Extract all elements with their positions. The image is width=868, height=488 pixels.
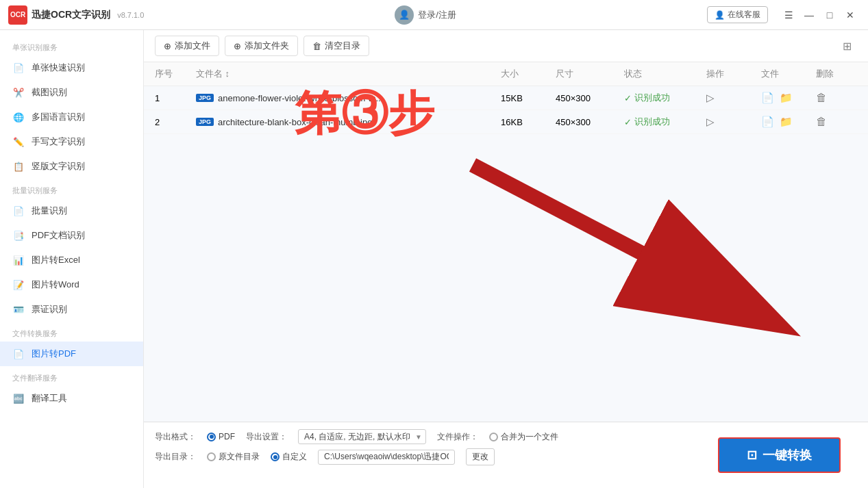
output-dir-label: 导出目录： <box>155 451 196 463</box>
pdf-label: PDF文档识别 <box>32 229 85 242</box>
content-area: ⊕ 添加文件 ⊕ 添加文件夹 🗑 清空目录 ⊞ 序号 文件名 ↕ 大小 尺寸 状 <box>144 30 868 488</box>
svg-line-1 <box>473 165 774 322</box>
change-button[interactable]: 更改 <box>466 448 495 465</box>
grid-view-button[interactable]: ⊞ <box>836 36 857 56</box>
add-file-button[interactable]: ⊕ 添加文件 <box>155 36 219 56</box>
handwriting-label: 手写文字识别 <box>32 136 85 148</box>
custom-radio[interactable]: 自定义 <box>271 451 307 463</box>
row1-status-text: 识别成功 <box>634 92 670 104</box>
folder-icon-1[interactable]: 📁 <box>780 92 793 104</box>
source-dir-radio[interactable]: 原文件目录 <box>207 451 260 463</box>
output-row: 导出目录： 原文件目录 自定义 更改 <box>155 448 712 465</box>
source-dir-dot <box>207 452 216 461</box>
col-action: 操作 <box>706 68 761 80</box>
convert-label: 一键转换 <box>762 447 812 463</box>
row2-file-actions: 📄 📁 <box>761 116 816 128</box>
row1-status: ✓ 识别成功 <box>624 92 706 104</box>
row1-size: 15KB <box>501 93 556 103</box>
file-icon-1[interactable]: 📄 <box>761 92 774 104</box>
row1-delete[interactable]: 🗑 <box>816 92 857 104</box>
col-index: 序号 <box>155 68 196 80</box>
row2-filename-cell: JPG architecture-blank-box-clean-thumb.j… <box>196 117 501 127</box>
sidebar-item-multilang[interactable]: 🌐 多国语言识别 <box>0 105 143 129</box>
maximize-button[interactable]: □ <box>820 7 839 23</box>
col-delete: 删除 <box>816 68 857 80</box>
play-icon-1[interactable]: ▷ <box>706 92 715 104</box>
settings-dropdown[interactable]: A4, 自适应, 无边距, 默认水印 ▼ <box>298 429 426 444</box>
row2-delete[interactable]: 🗑 <box>816 116 857 128</box>
vertical-icon: 📋 <box>12 160 25 172</box>
batch-label: 批量识别 <box>32 205 67 217</box>
row1-index: 1 <box>155 93 196 103</box>
add-file-label: 添加文件 <box>175 40 210 52</box>
online-service-label: 在线客服 <box>728 9 760 21</box>
add-folder-button[interactable]: ⊕ 添加文件夹 <box>225 36 298 56</box>
translate-label: 翻译工具 <box>32 392 67 404</box>
batch-icon: 📄 <box>12 205 25 217</box>
pdf-radio-label: PDF <box>219 432 235 441</box>
add-file-icon: ⊕ <box>164 41 171 51</box>
online-service-button[interactable]: 👤 在线客服 <box>707 6 768 23</box>
row1-actions: ▷ <box>706 92 761 104</box>
screenshot-icon: ✂️ <box>12 86 25 99</box>
sidebar-item-handwriting[interactable]: ✏️ 手写文字识别 <box>0 129 143 154</box>
sidebar-item-translate[interactable]: 🔤 翻译工具 <box>0 386 143 411</box>
user-label: 登录/注册 <box>418 9 456 21</box>
word-label: 图片转Word <box>32 279 79 291</box>
quick-icon: 📄 <box>12 62 25 74</box>
section-label-single: 单张识别服务 <box>0 36 143 55</box>
custom-label: 自定义 <box>282 451 307 463</box>
path-input[interactable] <box>318 450 455 465</box>
card-icon: 🪪 <box>12 303 25 316</box>
multilang-icon: 🌐 <box>12 111 25 123</box>
file-icon-2[interactable]: 📄 <box>761 116 774 128</box>
menu-button[interactable]: ☰ <box>779 7 798 23</box>
img2pdf-label: 图片转PDF <box>32 348 76 360</box>
window-controls: ☰ — □ ✕ <box>779 7 860 23</box>
sidebar-item-batch[interactable]: 📄 批量识别 <box>0 198 143 223</box>
col-size: 大小 <box>501 68 556 80</box>
bottom-bar: 导出格式： PDF 导出设置： A4, 自适应, 无边距, 默认水印 ▼ <box>144 422 868 488</box>
settings-select[interactable]: A4, 自适应, 无边距, 默认水印 <box>298 429 426 444</box>
play-icon-2[interactable]: ▷ <box>706 116 715 128</box>
sidebar-item-img2pdf[interactable]: 📄 图片转PDF <box>0 342 143 366</box>
img2pdf-icon: 📄 <box>12 348 25 360</box>
pdf-radio[interactable]: PDF <box>207 432 235 441</box>
convert-icon: ⊡ <box>747 448 757 463</box>
row2-status-text: 识别成功 <box>634 116 670 128</box>
custom-dot <box>271 452 280 461</box>
folder-icon-2[interactable]: 📁 <box>780 116 793 128</box>
sidebar-item-quick[interactable]: 📄 单张快速识别 <box>0 55 143 80</box>
bottom-controls: 导出格式： PDF 导出设置： A4, 自适应, 无边距, 默认水印 ▼ <box>155 429 712 481</box>
sidebar-item-excel[interactable]: 📊 图片转Excel <box>0 248 143 272</box>
check-icon-1: ✓ <box>624 93 632 103</box>
word-icon: 📝 <box>12 279 25 291</box>
sidebar-item-pdf[interactable]: 📑 PDF文档识别 <box>0 223 143 248</box>
convert-section: ⊡ 一键转换 <box>712 429 857 481</box>
add-folder-icon: ⊕ <box>234 41 241 51</box>
logo-icon: OCR <box>8 5 27 25</box>
row1-badge: JPG <box>196 94 214 102</box>
sidebar-item-card[interactable]: 🪪 票证识别 <box>0 297 143 322</box>
col-status: 状态 <box>624 68 706 80</box>
sidebar-item-word[interactable]: 📝 图片转Word <box>0 272 143 297</box>
handwriting-icon: ✏️ <box>12 136 25 148</box>
close-button[interactable]: ✕ <box>841 7 860 23</box>
merge-radio[interactable]: 合并为一个文件 <box>489 431 558 443</box>
user-area[interactable]: 👤 登录/注册 <box>395 5 456 25</box>
row2-actions: ▷ <box>706 116 761 128</box>
clear-button[interactable]: 🗑 清空目录 <box>303 36 369 56</box>
sidebar-item-vertical[interactable]: 📋 竖版文字识别 <box>0 154 143 179</box>
app-version: v8.7.1.0 <box>117 11 144 19</box>
clear-label: 清空目录 <box>325 40 360 52</box>
row2-badge: JPG <box>196 118 214 126</box>
convert-button[interactable]: ⊡ 一键转换 <box>718 437 841 473</box>
minimize-button[interactable]: — <box>799 7 819 23</box>
merge-label: 合并为一个文件 <box>501 431 558 443</box>
bottom-content: 导出格式： PDF 导出设置： A4, 自适应, 无边距, 默认水印 ▼ <box>155 429 857 481</box>
excel-icon: 📊 <box>12 254 25 266</box>
row2-status: ✓ 识别成功 <box>624 116 706 128</box>
clear-icon: 🗑 <box>312 41 321 51</box>
sidebar-item-screenshot[interactable]: ✂️ 截图识别 <box>0 80 143 105</box>
row1-dimensions: 450×300 <box>556 93 624 103</box>
